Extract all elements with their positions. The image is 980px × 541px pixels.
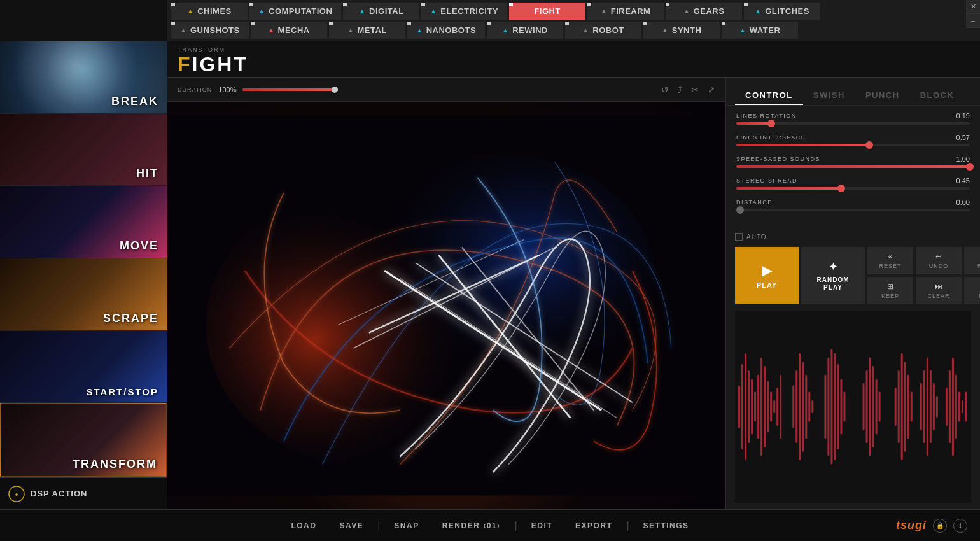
svg-marker-3 [431,10,435,13]
close-button[interactable]: ✕ [966,0,980,14]
svg-rect-63 [895,388,897,426]
svg-rect-31 [745,353,746,460]
svg-rect-40 [773,400,775,413]
svg-rect-32 [748,370,750,443]
lines-interspace-track[interactable] [736,144,970,146]
slider-stereo-spread: STEREO SPREAD 0.45 [736,177,970,190]
cat-nanobots[interactable]: Nanobots [407,22,485,39]
play-label: PLAY [757,281,777,289]
clear-button[interactable]: ⏭ CLEAR [916,277,962,304]
cat-mecha[interactable]: Mecha [251,22,327,39]
category-row-1: Chimes Computation Digital Electricity F… [171,3,976,20]
loop-icon[interactable]: ↺ [661,85,669,95]
load-button[interactable]: LOAD [279,521,328,530]
bottom-right: tsugi 🔒 ℹ [896,519,967,533]
reset-button[interactable]: « RESET [867,247,913,274]
slider-distance: DISTANCE 0.00 [736,199,970,211]
tab-control[interactable]: CONTROL [735,87,803,105]
tab-punch[interactable]: PUNCH [855,87,910,105]
cat-robot[interactable]: Robot [565,22,641,39]
full-button[interactable]: ⟺ FULL [964,277,980,304]
svg-rect-36 [760,358,762,456]
svg-rect-62 [879,392,881,422]
redo-button[interactable]: ↪ REDO [964,247,980,274]
sidebar-item-move[interactable]: MOVE [0,186,167,258]
svg-rect-37 [764,366,766,447]
svg-rect-48 [808,392,810,422]
bottom-bar: LOAD SAVE | SNAP RENDER ‹01› | EDIT EXPO… [0,509,980,541]
random-play-button[interactable]: ✦ RANDOMPLAY [801,247,865,304]
keep-icon: ⊞ [887,282,893,291]
cat-firearm[interactable]: Firearm [587,3,664,20]
sidebar-startstop-label: START/STOP [86,386,158,397]
main-canvas[interactable] [167,102,725,509]
lines-rotation-track[interactable] [736,122,970,125]
svg-marker-2 [360,10,364,13]
keep-label: KEEP [881,293,899,299]
distance-track[interactable] [736,209,970,211]
lock-button[interactable]: 🔒 [933,519,947,533]
keep-button[interactable]: ⊞ KEEP [867,277,913,304]
cat-computation[interactable]: Computation [249,3,341,20]
svg-rect-73 [933,383,935,430]
cat-gears[interactable]: Gears [666,3,742,20]
svg-rect-67 [907,375,909,439]
svg-rect-33 [751,379,753,434]
stereo-spread-track[interactable] [736,187,970,190]
render-button[interactable]: RENDER ‹01› [431,521,512,530]
right-panel: CONTROL SWISH PUNCH BLOCK LINES ROTATION… [725,78,980,509]
undo-button[interactable]: ↩ UNDO [916,247,962,274]
snap-button[interactable]: SNAP [382,521,430,530]
cat-fight[interactable]: Fight [509,3,585,20]
cat-digital[interactable]: Digital [343,3,419,20]
svg-rect-72 [930,370,932,443]
tab-block[interactable]: BLOCK [910,87,965,105]
sidebar-bottom: ♦ DSP ACTION [0,477,167,509]
app-window: Chimes Computation Digital Electricity F… [0,0,980,541]
svg-rect-78 [955,375,957,439]
tab-swish[interactable]: SWISH [803,87,855,105]
sep-1: | [375,520,382,531]
settings-button[interactable]: SETTINGS [632,521,701,530]
sidebar-item-transform[interactable]: TRANSFORM [0,403,167,477]
sidebar-item-break[interactable]: BREAK [0,41,167,114]
svg-marker-13 [663,29,667,32]
sidebar-item-startstop[interactable]: START/STOP [0,331,167,404]
info-button[interactable]: ℹ [953,519,967,533]
cat-rewind[interactable]: Rewind [487,22,563,39]
cat-electricity[interactable]: Electricity [421,3,507,20]
sidebar-item-scrape[interactable]: SCRAPE [0,258,167,331]
svg-rect-39 [770,392,772,422]
export-button[interactable]: EXPORT [564,521,624,530]
svg-text:♦: ♦ [15,491,18,498]
expand-icon[interactable]: ⤢ [708,85,715,95]
cat-chimes[interactable]: Chimes [171,3,248,20]
cat-synth[interactable]: Synth [643,22,720,39]
svg-marker-4 [602,10,606,13]
cat-water[interactable]: Water [722,22,798,39]
speed-based-track[interactable] [736,165,970,168]
export-icon[interactable]: ⤴ [678,85,682,95]
svg-rect-54 [837,364,839,449]
sidebar-item-hit[interactable]: HIT [0,114,167,186]
cat-gunshots[interactable]: Gunshots [171,22,249,39]
duration-bar: DURATION 100% ↺ ⤴ ✂ ⤢ [167,78,725,102]
auto-checkbox[interactable] [735,233,743,241]
reset-label: RESET [879,263,901,269]
duration-slider[interactable] [242,88,338,91]
svg-marker-9 [349,29,353,32]
svg-rect-80 [962,400,963,413]
minimize-button[interactable]: − [966,14,980,28]
svg-marker-0 [188,10,192,13]
slider-lines-rotation: LINES ROTATION 0.19 [736,112,970,125]
trim-icon[interactable]: ✂ [691,85,699,95]
cat-metal[interactable]: Metal [329,22,405,39]
edit-button[interactable]: EDIT [520,521,564,530]
sidebar-move-label: MOVE [120,239,158,253]
cat-glitches[interactable]: Glitches [744,3,820,20]
save-button[interactable]: SAVE [328,521,375,530]
play-icon: ▶ [762,262,773,279]
random-icon: ✦ [829,260,838,274]
play-button[interactable]: ▶ PLAY [735,247,799,304]
svg-rect-65 [901,353,903,460]
